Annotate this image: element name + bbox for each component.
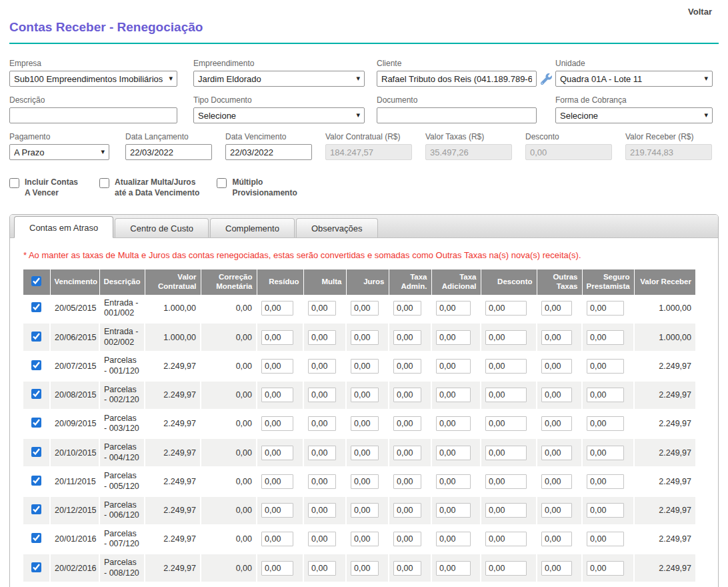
residuo-input[interactable] (261, 474, 293, 489)
multa-input[interactable] (308, 416, 336, 431)
desconto-input[interactable] (485, 359, 527, 374)
residuo-input[interactable] (261, 446, 293, 460)
unidade-select[interactable]: Quadra 01A - Lote 11 (555, 71, 713, 87)
taxa-admin-input[interactable] (393, 561, 421, 576)
desconto-input[interactable] (485, 503, 527, 518)
multiplo-provisionamento-checkbox[interactable] (217, 178, 227, 188)
outras-taxas-input[interactable] (541, 388, 572, 402)
residuo-input[interactable] (261, 388, 293, 402)
outras-taxas-input[interactable] (541, 446, 572, 460)
row-select-checkbox[interactable] (31, 562, 41, 572)
back-link[interactable]: Voltar (688, 7, 712, 17)
row-select-checkbox[interactable] (31, 418, 41, 428)
seguro-prestamista-input[interactable] (587, 532, 624, 546)
multa-input[interactable] (308, 330, 336, 345)
taxa-adicional-input[interactable] (436, 561, 471, 576)
tipo-documento-select[interactable]: Selecione (193, 107, 365, 123)
taxa-admin-input[interactable] (393, 416, 421, 431)
taxa-admin-input[interactable] (393, 532, 421, 546)
multa-input[interactable] (308, 301, 336, 316)
desconto-input[interactable] (485, 330, 527, 345)
taxa-admin-input[interactable] (393, 474, 421, 489)
taxa-admin-input[interactable] (393, 446, 421, 460)
desconto-input[interactable] (485, 561, 527, 576)
taxa-adicional-input[interactable] (436, 503, 471, 518)
tab-complemento[interactable]: Complemento (210, 218, 295, 237)
outras-taxas-input[interactable] (541, 474, 572, 489)
residuo-input[interactable] (261, 330, 293, 345)
taxa-adicional-input[interactable] (436, 446, 471, 460)
juros-input[interactable] (351, 446, 379, 460)
outras-taxas-input[interactable] (541, 301, 572, 316)
tab-observacoes[interactable]: Observações (296, 218, 378, 237)
desconto-input[interactable] (485, 388, 527, 402)
atualizar-multa-juros-checkbox[interactable] (99, 178, 109, 188)
outras-taxas-input[interactable] (541, 503, 572, 518)
multa-input[interactable] (308, 503, 336, 518)
outras-taxas-input[interactable] (541, 330, 572, 345)
taxa-admin-input[interactable] (393, 503, 421, 518)
taxa-admin-input[interactable] (393, 359, 421, 374)
pagamento-select[interactable]: A Prazo (9, 144, 109, 160)
descricao-input[interactable] (9, 107, 177, 123)
multa-input[interactable] (308, 561, 336, 576)
empreendimento-select[interactable]: Jardim Eldorado (193, 71, 365, 87)
seguro-prestamista-input[interactable] (587, 388, 624, 402)
multa-input[interactable] (308, 359, 336, 374)
row-select-checkbox[interactable] (31, 504, 41, 514)
outras-taxas-input[interactable] (541, 532, 572, 546)
wrench-icon[interactable] (541, 73, 552, 85)
taxa-adicional-input[interactable] (436, 532, 471, 546)
desconto-input[interactable] (485, 474, 527, 489)
taxa-admin-input[interactable] (393, 330, 421, 345)
seguro-prestamista-input[interactable] (587, 446, 624, 460)
residuo-input[interactable] (261, 301, 293, 316)
data-vencimento-input[interactable] (225, 144, 312, 160)
row-select-checkbox[interactable] (31, 447, 41, 457)
taxa-admin-input[interactable] (393, 301, 421, 316)
residuo-input[interactable] (261, 359, 293, 374)
multa-input[interactable] (308, 388, 336, 402)
residuo-input[interactable] (261, 532, 293, 546)
taxa-adicional-input[interactable] (436, 301, 471, 316)
row-select-checkbox[interactable] (31, 332, 41, 342)
row-select-checkbox[interactable] (31, 476, 41, 486)
seguro-prestamista-input[interactable] (587, 416, 624, 431)
empresa-select[interactable]: Sub100 Empreendimentos Imobiliários (9, 71, 177, 87)
seguro-prestamista-input[interactable] (587, 474, 624, 489)
juros-input[interactable] (351, 330, 379, 345)
juros-input[interactable] (351, 532, 379, 546)
outras-taxas-input[interactable] (541, 416, 572, 431)
seguro-prestamista-input[interactable] (587, 330, 624, 345)
outras-taxas-input[interactable] (541, 359, 572, 374)
tab-contas-em-atraso[interactable]: Contas em Atraso (14, 216, 113, 238)
taxa-adicional-input[interactable] (436, 359, 471, 374)
taxa-adicional-input[interactable] (436, 330, 471, 345)
desconto-input[interactable] (485, 532, 527, 546)
multa-input[interactable] (308, 474, 336, 489)
incluir-contas-a-vencer-checkbox[interactable] (9, 178, 19, 188)
seguro-prestamista-input[interactable] (587, 503, 624, 518)
desconto-input[interactable] (485, 416, 527, 431)
desconto-input[interactable] (485, 301, 527, 316)
residuo-input[interactable] (261, 503, 293, 518)
documento-input[interactable] (377, 107, 537, 123)
juros-input[interactable] (351, 561, 379, 576)
desconto-input[interactable] (485, 446, 527, 460)
taxa-adicional-input[interactable] (436, 474, 471, 489)
outras-taxas-input[interactable] (541, 561, 572, 576)
taxa-adicional-input[interactable] (436, 388, 471, 402)
seguro-prestamista-input[interactable] (587, 301, 624, 316)
juros-input[interactable] (351, 503, 379, 518)
juros-input[interactable] (351, 474, 379, 489)
row-select-checkbox[interactable] (31, 302, 41, 312)
forma-cobranca-select[interactable]: Selecione (555, 107, 713, 123)
seguro-prestamista-input[interactable] (587, 561, 624, 576)
tab-centro-de-custo[interactable]: Centro de Custo (115, 218, 209, 237)
multa-input[interactable] (308, 532, 336, 546)
cliente-input[interactable] (377, 71, 537, 87)
multa-input[interactable] (308, 446, 336, 460)
taxa-admin-input[interactable] (393, 388, 421, 402)
row-select-checkbox[interactable] (31, 360, 41, 370)
row-select-checkbox[interactable] (31, 533, 41, 543)
